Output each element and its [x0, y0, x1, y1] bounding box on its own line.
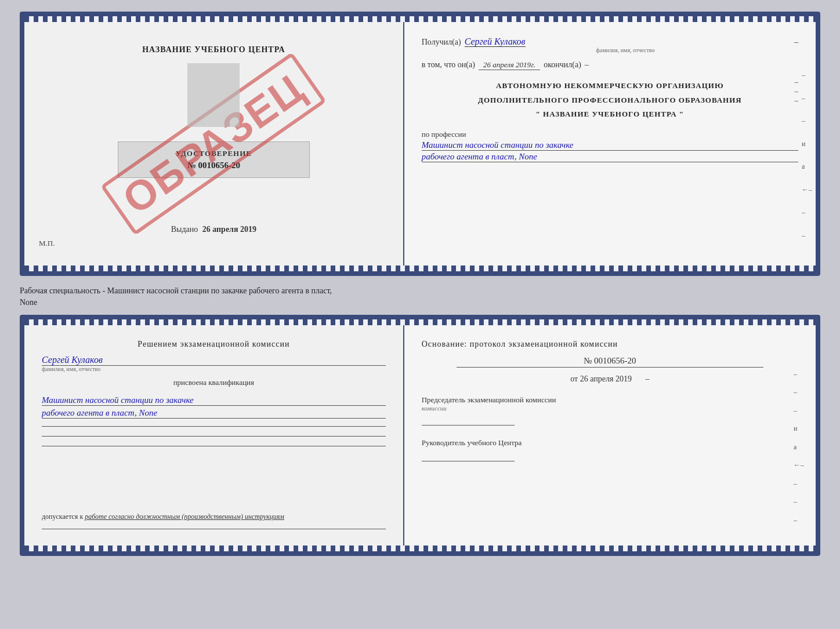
vtom-value: 26 апреля 2019г.	[479, 60, 540, 70]
predsedatel-block: Председатель экзаменационной комиссии ко…	[422, 395, 798, 427]
vydano-date: 26 апреля 2019	[202, 225, 256, 234]
qual-line2: рабочего агента в пласт, None	[42, 408, 386, 419]
mp-label: М.П.	[39, 239, 55, 248]
name-field-area: Сергей Кулаков фамилия, имя, отчество	[42, 355, 386, 372]
bottom-right-panel: Основание: протокол экзаменационной коми…	[404, 325, 816, 546]
block-text2: ДОПОЛНИТЕЛЬНОГО ПРОФЕССИОНАЛЬНОГО ОБРАЗО…	[422, 94, 798, 106]
block-text3: " НАЗВАНИЕ УЧЕБНОГО ЦЕНТРА "	[422, 108, 798, 120]
predsedatel-sign-line	[422, 415, 515, 426]
top-document-content: НАЗВАНИЕ УЧЕБНОГО ЦЕНТРА ОБРАЗЕЦ УДОСТОВ…	[24, 22, 816, 266]
udostoverenie-number: № 0010656-20	[130, 161, 298, 170]
block-text1: АВТОНОМНУЮ НЕКОММЕРЧЕСКУЮ ОРГАНИЗАЦИЮ	[422, 80, 798, 92]
udostoverenie-label: УДОСТОВЕРЕНИЕ	[130, 149, 298, 158]
vertical-dashes: –––	[794, 77, 798, 105]
divider3	[42, 446, 386, 446]
vydano-label: Выдано	[171, 225, 198, 234]
udostoverenie-box: УДОСТОВЕРЕНИЕ № 0010656-20	[118, 141, 310, 178]
top-document: НАЗВАНИЕ УЧЕБНОГО ЦЕНТРА ОБРАЗЕЦ УДОСТОВ…	[20, 12, 820, 276]
profession-line1: Машинист насосной станции по закачке	[422, 140, 798, 151]
dash2: –	[585, 60, 589, 70]
vtom-label: в том, что он(а)	[422, 60, 475, 70]
poluchil-value: Сергей Кулаков	[465, 37, 526, 47]
dash1: –	[794, 38, 798, 47]
ot-label: от	[570, 375, 578, 383]
top-right-panel: Получил(а) Сергей Кулаков фамилия, имя, …	[404, 22, 816, 266]
okonchil-label: окончил(а)	[544, 60, 581, 70]
vydano-line: Выдано 26 апреля 2019	[171, 225, 256, 234]
rukovoditel-block: Руководитель учебного Центра	[422, 438, 798, 463]
dopusk-value: работе согласно должностным (производств…	[85, 512, 284, 521]
predsedatel-label: Председатель экзаменационной комиссии	[422, 395, 798, 405]
resheniem-label: Решением экзаменационной комиссии	[42, 340, 386, 349]
rukovoditel-label: Руководитель учебного Центра	[422, 438, 798, 448]
side-dashes-top: – – – и а ←– – –	[802, 57, 812, 254]
middle-text-area: Рабочая специальность - Машинист насосно…	[20, 282, 820, 309]
bottom-document-content: Решением экзаменационной комиссии Сергей…	[24, 325, 816, 546]
qual-line1: Машинист насосной станции по закачке	[42, 395, 386, 406]
bottom-left-panel: Решением экзаменационной комиссии Сергей…	[24, 325, 404, 546]
school-name-top: НАЗВАНИЕ УЧЕБНОГО ЦЕНТРА	[142, 45, 285, 54]
protocol-number: № 0010656-20	[457, 356, 763, 368]
po-professii-label: по профессии	[422, 130, 798, 139]
qualification-area: Машинист насосной станции по закачке раб…	[42, 393, 386, 419]
divider2	[42, 436, 386, 437]
osnovanie-label: Основание: протокол экзаменационной коми…	[422, 340, 798, 349]
profession-line2: рабочего агента в пласт, None	[422, 152, 798, 162]
predsedatel-subtext: комиссии	[422, 405, 798, 412]
poluchil-subtext: фамилия, имя, отчество	[465, 47, 786, 53]
side-dashes-bottom: – – – и а ←– – – –	[794, 360, 804, 534]
dopusk-area: допускается к работе согласно должностны…	[42, 504, 386, 521]
poluchil-label: Получил(а)	[422, 38, 461, 47]
divider1	[42, 426, 386, 427]
protocol-date: от 26 апреля 2019 –	[422, 375, 798, 384]
photo-placeholder	[187, 63, 240, 127]
middle-text-line2: None	[20, 298, 37, 307]
bottom-document: Решением экзаменационной комиссии Сергей…	[20, 315, 820, 556]
name-subtext: фамилия, имя, отчество	[42, 366, 386, 372]
prisvoena-label: присвоена квалификация	[42, 378, 386, 387]
middle-text-line1: Рабочая специальность - Машинист насосно…	[20, 286, 332, 295]
block-text-area: АВТОНОМНУЮ НЕКОММЕРЧЕСКУЮ ОРГАНИЗАЦИЮ ДО…	[422, 77, 798, 123]
ot-date: 26 апреля 2019	[580, 375, 632, 383]
rukovoditel-sign-line	[422, 451, 515, 461]
top-left-panel: НАЗВАНИЕ УЧЕБНОГО ЦЕНТРА ОБРАЗЕЦ УДОСТОВ…	[24, 22, 404, 266]
dopusk-label: допускается к	[42, 512, 83, 521]
divider4	[42, 529, 386, 529]
person-name: Сергей Кулаков	[42, 355, 386, 366]
profession-area: по профессии Машинист насосной станции п…	[422, 130, 798, 162]
vtom-field: в том, что он(а) 26 апреля 2019г. окончи…	[422, 60, 798, 70]
dash-right1: –	[645, 375, 649, 383]
poluchil-field: Получил(а) Сергей Кулаков фамилия, имя, …	[422, 37, 798, 53]
